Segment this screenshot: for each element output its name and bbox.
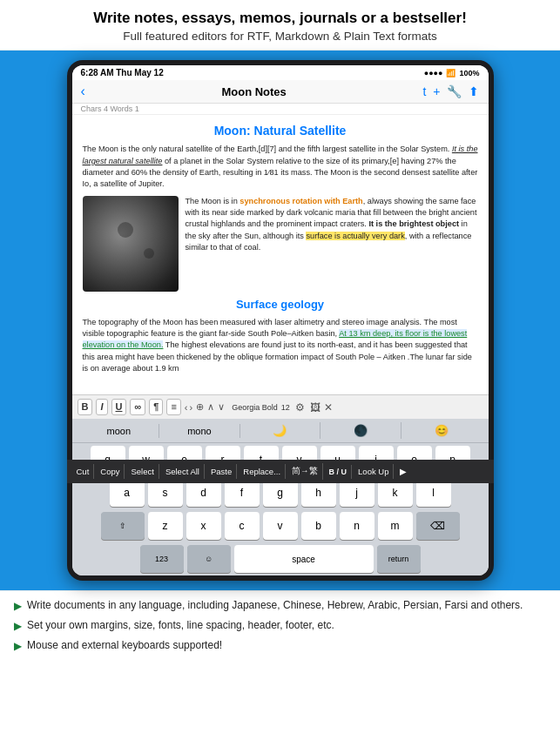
replace-button[interactable]: Replace... bbox=[239, 464, 286, 479]
battery-label: 100% bbox=[459, 69, 479, 77]
underline-button[interactable]: U bbox=[111, 399, 127, 415]
close-keyboard-icon[interactable]: ✕ bbox=[324, 401, 333, 414]
section-title-geology: Surface geology bbox=[83, 297, 478, 313]
bold-underline-button[interactable]: B / U bbox=[325, 465, 353, 479]
top-banner: Write notes, essays, memos, journals or … bbox=[0, 0, 560, 50]
gear-icon[interactable]: ⚙ bbox=[295, 401, 305, 414]
ipad-frame: 6:28 AM Thu May 12 ●●●● 📶 100% ‹ Moon No… bbox=[67, 60, 494, 581]
suggestion-mono[interactable]: mono bbox=[159, 424, 240, 438]
arrow-icon-2: ▶ bbox=[14, 619, 22, 634]
lookup-button[interactable]: Look Up bbox=[354, 464, 394, 479]
copy-button[interactable]: Copy bbox=[96, 464, 125, 479]
font-label[interactable]: Georgia Bold bbox=[232, 403, 278, 412]
status-right: ●●●● 📶 100% bbox=[424, 69, 480, 77]
indent-button[interactable]: ≡ bbox=[166, 399, 180, 415]
ipad-screen: 6:28 AM Thu May 12 ●●●● 📶 100% ‹ Moon No… bbox=[72, 65, 489, 575]
moon-image bbox=[83, 196, 179, 292]
suggestion-emoji3[interactable]: 😊 bbox=[401, 422, 482, 439]
nav-title: Moon Notes bbox=[221, 85, 286, 98]
signal-icon: ●●●● bbox=[424, 69, 443, 77]
suggestion-moon[interactable]: moon bbox=[79, 424, 160, 438]
link-button[interactable]: ∞ bbox=[130, 399, 145, 415]
key-x[interactable]: x bbox=[186, 512, 221, 540]
status-bar: 6:28 AM Thu May 12 ●●●● 📶 100% bbox=[72, 65, 489, 80]
select-button[interactable]: Select bbox=[126, 464, 159, 479]
key-shift[interactable]: ⇧ bbox=[101, 512, 145, 540]
cursor-icon[interactable]: ⊕ bbox=[196, 401, 204, 413]
keyboard-area: moon mono 🌙 🌑 😊 q w e r t y u i o bbox=[72, 419, 489, 575]
cut-button[interactable]: Cut bbox=[72, 464, 95, 479]
key-123[interactable]: 123 bbox=[140, 545, 184, 573]
wifi-icon: 📶 bbox=[446, 69, 455, 77]
image-icon[interactable]: 🖼 bbox=[310, 401, 320, 414]
feature-1: ▶ Write documents in any language, inclu… bbox=[14, 598, 546, 614]
more-button[interactable]: ▶ bbox=[395, 464, 411, 479]
nav-arrows: ‹ › bbox=[185, 402, 192, 413]
tools-icon[interactable]: 🔧 bbox=[447, 84, 462, 98]
chars-bar: Chars 4 Words 1 bbox=[72, 104, 489, 115]
feature-2: ▶ Set your own margins, size, fonts, lin… bbox=[14, 618, 546, 634]
bottom-banner: ▶ Write documents in any language, inclu… bbox=[0, 590, 560, 666]
context-menu: Cut Copy Select Select All Paste Replace… bbox=[72, 460, 489, 483]
key-c[interactable]: c bbox=[225, 512, 260, 540]
headline: Write notes, essays, memos, journals or … bbox=[17, 9, 543, 28]
feature-3-text: Mouse and external keyboards supported! bbox=[27, 638, 222, 653]
chars-label: Chars 4 Words 1 bbox=[81, 104, 139, 113]
font-icon[interactable]: t bbox=[422, 84, 426, 98]
bold-button[interactable]: B bbox=[78, 399, 93, 415]
key-b[interactable]: b bbox=[301, 512, 336, 540]
down-arrow[interactable]: ∨ bbox=[218, 401, 225, 413]
arrow-icon-3: ▶ bbox=[14, 639, 22, 654]
key-emoji[interactable]: ☺ bbox=[187, 545, 231, 573]
select-all-button[interactable]: Select All bbox=[161, 464, 205, 479]
key-return[interactable]: return bbox=[377, 545, 421, 573]
feature-3: ▶ Mouse and external keyboards supported… bbox=[14, 638, 546, 654]
back-button[interactable]: ‹ bbox=[81, 84, 85, 99]
keyboard-suggestions: moon mono 🌙 🌑 😊 bbox=[72, 419, 489, 443]
doc-title: Moon: Natural Satellite bbox=[83, 122, 478, 139]
suggestion-emoji1[interactable]: 🌙 bbox=[240, 422, 321, 439]
paste-button[interactable]: Paste bbox=[206, 464, 237, 479]
subline: Full featured editors for RTF, Markdown … bbox=[17, 30, 543, 43]
nav-icons: t + 🔧 ⬆ bbox=[422, 84, 479, 98]
next-arrow[interactable]: › bbox=[190, 402, 193, 413]
key-m[interactable]: m bbox=[378, 512, 413, 540]
doc-float-section: The Moon is in synchronous rotation with… bbox=[83, 196, 478, 292]
feature-1-text: Write documents in any language, includi… bbox=[27, 598, 523, 613]
device-wrapper: 6:28 AM Thu May 12 ●●●● 📶 100% ‹ Moon No… bbox=[0, 50, 560, 590]
kbd-row-4: 123 ☺ space return bbox=[72, 542, 489, 575]
format-bar: B I U ∞ ¶ ≡ ‹ › ⊕ ∧ ∨ Georgia Bold 12 ⚙ … bbox=[72, 394, 489, 419]
doc-content[interactable]: Moon: Natural Satellite The Moon is the … bbox=[72, 115, 489, 394]
feature-2-text: Set your own margins, size, fonts, line … bbox=[27, 618, 334, 633]
convert-button[interactable]: 简→繁 bbox=[287, 463, 323, 480]
suggestion-emoji2[interactable]: 🌑 bbox=[320, 422, 401, 439]
key-space[interactable]: space bbox=[234, 545, 374, 573]
arrow-icon-1: ▶ bbox=[14, 599, 22, 614]
prev-arrow[interactable]: ‹ bbox=[185, 402, 188, 413]
key-backspace[interactable]: ⌫ bbox=[416, 512, 460, 540]
font-size-label[interactable]: 12 bbox=[281, 403, 290, 412]
doc-para-2: The topography of the Moon has been meas… bbox=[83, 317, 478, 375]
kbd-row-3: ⇧ z x c v b n m ⌫ bbox=[72, 509, 489, 542]
key-z[interactable]: z bbox=[148, 512, 183, 540]
up-arrow[interactable]: ∧ bbox=[207, 401, 214, 413]
key-n[interactable]: n bbox=[340, 512, 374, 540]
para-button[interactable]: ¶ bbox=[149, 399, 163, 415]
italic-button[interactable]: I bbox=[96, 399, 107, 415]
doc-para-1: The Moon is the only natural satellite o… bbox=[83, 144, 478, 190]
add-icon[interactable]: + bbox=[433, 84, 440, 98]
doc-float-text: The Moon is in synchronous rotation with… bbox=[186, 196, 478, 292]
nav-bar: ‹ Moon Notes t + 🔧 ⬆ bbox=[72, 80, 489, 104]
status-time: 6:28 AM Thu May 12 bbox=[81, 68, 164, 77]
share-icon[interactable]: ⬆ bbox=[469, 84, 479, 98]
key-v[interactable]: v bbox=[263, 512, 298, 540]
